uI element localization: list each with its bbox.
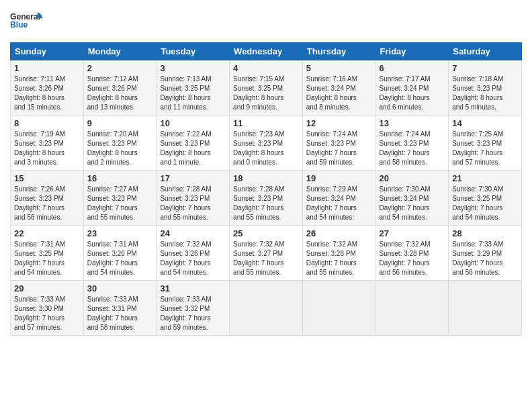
calendar-day-28: 28Sunrise: 7:33 AM Sunset: 3:29 PM Dayli… [449, 226, 522, 281]
calendar-header-thursday: Thursday [302, 43, 375, 60]
day-detail: Sunrise: 7:22 AM Sunset: 3:23 PM Dayligh… [160, 130, 226, 167]
calendar-day-17: 17Sunrise: 7:28 AM Sunset: 3:23 PM Dayli… [157, 171, 230, 226]
calendar-header-row: SundayMondayTuesdayWednesdayThursdayFrid… [11, 43, 522, 60]
calendar-day-empty [375, 281, 449, 336]
day-number: 26 [306, 228, 372, 238]
calendar-header-wednesday: Wednesday [230, 43, 303, 60]
calendar-day-2: 2Sunrise: 7:12 AM Sunset: 3:26 PM Daylig… [83, 60, 157, 116]
day-number: 23 [87, 228, 153, 238]
day-detail: Sunrise: 7:30 AM Sunset: 3:25 PM Dayligh… [452, 185, 518, 222]
day-number: 10 [160, 118, 226, 128]
calendar-body: 1Sunrise: 7:11 AM Sunset: 3:26 PM Daylig… [11, 60, 522, 336]
calendar-day-26: 26Sunrise: 7:32 AM Sunset: 3:28 PM Dayli… [302, 226, 375, 281]
day-detail: Sunrise: 7:32 AM Sunset: 3:26 PM Dayligh… [160, 240, 226, 277]
calendar-day-24: 24Sunrise: 7:32 AM Sunset: 3:26 PM Dayli… [157, 226, 230, 281]
day-number: 27 [380, 228, 445, 238]
day-number: 11 [233, 118, 299, 128]
day-number: 16 [87, 173, 153, 183]
day-detail: Sunrise: 7:32 AM Sunset: 3:27 PM Dayligh… [233, 240, 299, 277]
day-detail: Sunrise: 7:27 AM Sunset: 3:23 PM Dayligh… [87, 185, 153, 222]
day-detail: Sunrise: 7:24 AM Sunset: 3:23 PM Dayligh… [380, 130, 445, 167]
calendar-day-19: 19Sunrise: 7:29 AM Sunset: 3:24 PM Dayli… [302, 171, 375, 226]
day-detail: Sunrise: 7:33 AM Sunset: 3:32 PM Dayligh… [160, 295, 226, 332]
calendar-header-sunday: Sunday [11, 43, 84, 60]
calendar-header-friday: Friday [375, 43, 449, 60]
calendar-day-23: 23Sunrise: 7:31 AM Sunset: 3:26 PM Dayli… [83, 226, 157, 281]
calendar-day-13: 13Sunrise: 7:24 AM Sunset: 3:23 PM Dayli… [375, 116, 449, 171]
day-number: 24 [160, 228, 226, 238]
day-number: 17 [160, 173, 226, 183]
day-number: 6 [380, 63, 445, 73]
page-container: General Blue SundayMondayTuesdayWednesda… [0, 0, 532, 342]
calendar-header-monday: Monday [83, 43, 157, 60]
day-number: 3 [160, 63, 226, 73]
calendar-day-4: 4Sunrise: 7:15 AM Sunset: 3:25 PM Daylig… [230, 60, 303, 116]
calendar-week-3: 15Sunrise: 7:26 AM Sunset: 3:23 PM Dayli… [11, 171, 522, 226]
day-detail: Sunrise: 7:29 AM Sunset: 3:24 PM Dayligh… [306, 185, 372, 222]
day-number: 18 [233, 173, 299, 183]
day-number: 2 [87, 63, 153, 73]
calendar-day-16: 16Sunrise: 7:27 AM Sunset: 3:23 PM Dayli… [83, 171, 157, 226]
calendar-table: SundayMondayTuesdayWednesdayThursdayFrid… [10, 42, 522, 336]
day-number: 30 [87, 283, 153, 293]
day-detail: Sunrise: 7:13 AM Sunset: 3:25 PM Dayligh… [160, 75, 226, 112]
day-number: 7 [452, 63, 518, 73]
day-detail: Sunrise: 7:33 AM Sunset: 3:29 PM Dayligh… [452, 240, 518, 277]
day-number: 13 [380, 118, 445, 128]
day-detail: Sunrise: 7:24 AM Sunset: 3:23 PM Dayligh… [306, 130, 372, 167]
day-number: 12 [306, 118, 372, 128]
calendar-day-20: 20Sunrise: 7:30 AM Sunset: 3:24 PM Dayli… [375, 171, 449, 226]
day-detail: Sunrise: 7:30 AM Sunset: 3:24 PM Dayligh… [380, 185, 445, 222]
calendar-day-22: 22Sunrise: 7:31 AM Sunset: 3:25 PM Dayli… [11, 226, 84, 281]
calendar-day-11: 11Sunrise: 7:23 AM Sunset: 3:23 PM Dayli… [230, 116, 303, 171]
day-detail: Sunrise: 7:23 AM Sunset: 3:23 PM Dayligh… [233, 130, 299, 167]
day-number: 21 [452, 173, 518, 183]
day-number: 22 [14, 228, 80, 238]
day-number: 25 [233, 228, 299, 238]
day-number: 14 [452, 118, 518, 128]
calendar-day-1: 1Sunrise: 7:11 AM Sunset: 3:26 PM Daylig… [11, 60, 84, 116]
day-detail: Sunrise: 7:28 AM Sunset: 3:23 PM Dayligh… [233, 185, 299, 222]
day-number: 4 [233, 63, 299, 73]
calendar-header-tuesday: Tuesday [157, 43, 230, 60]
calendar-day-31: 31Sunrise: 7:33 AM Sunset: 3:32 PM Dayli… [157, 281, 230, 336]
logo-svg: General Blue [10, 7, 44, 37]
day-number: 5 [306, 63, 372, 73]
calendar-day-15: 15Sunrise: 7:26 AM Sunset: 3:23 PM Dayli… [11, 171, 84, 226]
day-number: 15 [14, 173, 80, 183]
calendar-day-7: 7Sunrise: 7:18 AM Sunset: 3:23 PM Daylig… [449, 60, 522, 116]
day-detail: Sunrise: 7:26 AM Sunset: 3:23 PM Dayligh… [14, 185, 80, 222]
day-number: 31 [160, 283, 226, 293]
day-detail: Sunrise: 7:33 AM Sunset: 3:31 PM Dayligh… [87, 295, 153, 332]
calendar-week-2: 8Sunrise: 7:19 AM Sunset: 3:23 PM Daylig… [11, 116, 522, 171]
day-number: 19 [306, 173, 372, 183]
day-detail: Sunrise: 7:11 AM Sunset: 3:26 PM Dayligh… [14, 75, 80, 112]
day-detail: Sunrise: 7:17 AM Sunset: 3:24 PM Dayligh… [380, 75, 445, 112]
day-number: 1 [14, 63, 80, 73]
calendar-day-9: 9Sunrise: 7:20 AM Sunset: 3:23 PM Daylig… [83, 116, 157, 171]
calendar-day-14: 14Sunrise: 7:25 AM Sunset: 3:23 PM Dayli… [449, 116, 522, 171]
calendar-day-8: 8Sunrise: 7:19 AM Sunset: 3:23 PM Daylig… [11, 116, 84, 171]
calendar-day-21: 21Sunrise: 7:30 AM Sunset: 3:25 PM Dayli… [449, 171, 522, 226]
day-detail: Sunrise: 7:32 AM Sunset: 3:28 PM Dayligh… [380, 240, 445, 277]
calendar-day-27: 27Sunrise: 7:32 AM Sunset: 3:28 PM Dayli… [375, 226, 449, 281]
header: General Blue [10, 7, 522, 37]
day-number: 28 [452, 228, 518, 238]
day-detail: Sunrise: 7:32 AM Sunset: 3:28 PM Dayligh… [306, 240, 372, 277]
day-number: 9 [87, 118, 153, 128]
logo: General Blue [10, 7, 44, 37]
calendar-day-5: 5Sunrise: 7:16 AM Sunset: 3:24 PM Daylig… [302, 60, 375, 116]
calendar-header-saturday: Saturday [449, 43, 522, 60]
day-detail: Sunrise: 7:31 AM Sunset: 3:26 PM Dayligh… [87, 240, 153, 277]
calendar-day-18: 18Sunrise: 7:28 AM Sunset: 3:23 PM Dayli… [230, 171, 303, 226]
day-detail: Sunrise: 7:33 AM Sunset: 3:30 PM Dayligh… [14, 295, 80, 332]
day-detail: Sunrise: 7:31 AM Sunset: 3:25 PM Dayligh… [14, 240, 80, 277]
day-detail: Sunrise: 7:12 AM Sunset: 3:26 PM Dayligh… [87, 75, 153, 112]
day-number: 8 [14, 118, 80, 128]
calendar-day-6: 6Sunrise: 7:17 AM Sunset: 3:24 PM Daylig… [375, 60, 449, 116]
calendar-day-empty [230, 281, 303, 336]
calendar-day-empty [449, 281, 522, 336]
calendar-day-29: 29Sunrise: 7:33 AM Sunset: 3:30 PM Dayli… [11, 281, 84, 336]
calendar-week-1: 1Sunrise: 7:11 AM Sunset: 3:26 PM Daylig… [11, 60, 522, 116]
day-detail: Sunrise: 7:19 AM Sunset: 3:23 PM Dayligh… [14, 130, 80, 167]
